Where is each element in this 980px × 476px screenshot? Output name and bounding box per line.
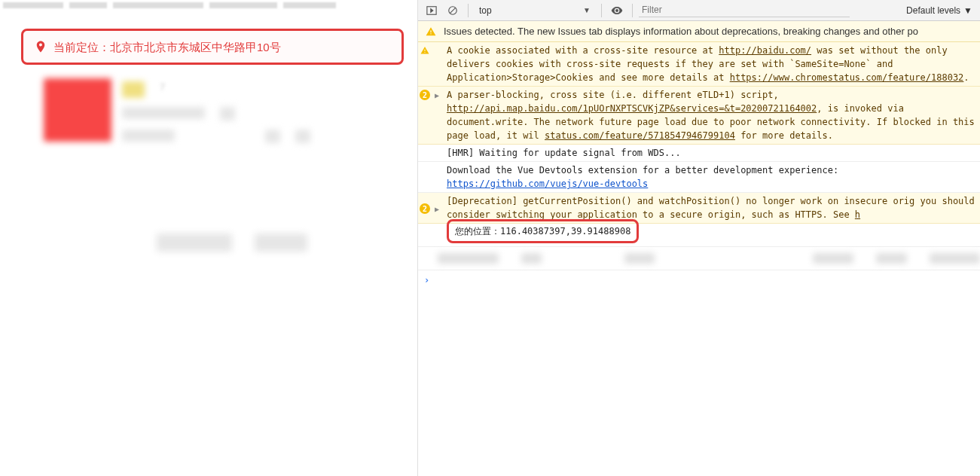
issues-bar[interactable]: Issues detected. The new Issues tab disp… [418, 21, 980, 42]
context-select-value: top [479, 5, 492, 16]
levels-label: Default levels [906, 5, 960, 16]
chevron-down-icon: ▼ [963, 5, 972, 16]
log-text: for more details. [735, 130, 833, 141]
log-warning-cookie[interactable]: A cookie associated with a cross-site re… [418, 42, 980, 87]
context-select[interactable]: top ▼ [475, 3, 595, 18]
console-prompt[interactable]: › [418, 270, 980, 290]
log-link[interactable]: https://www.chromestatus.com/feature/188… [730, 72, 964, 83]
log-link[interactable]: https://github.com/vuejs/vue-devtools [447, 178, 648, 189]
issues-bar-text: Issues detected. The new Issues tab disp… [444, 26, 918, 37]
log-text: A cookie associated with a cross-site re… [447, 45, 719, 56]
warning-triangle-icon [420, 45, 430, 56]
app-header-blur [0, 0, 417, 11]
location-address: 北京市北京市东城区中华路甲10号 [110, 41, 281, 53]
expand-arrow-icon[interactable]: ▶ [435, 90, 442, 101]
prompt-caret-icon: › [424, 273, 429, 287]
chevron-down-icon: ▼ [583, 6, 591, 14]
levels-select[interactable]: Default levels ▼ [906, 5, 975, 16]
warning-count-badge: 2 [420, 203, 430, 214]
log-info-hmr[interactable]: [HMR] Waiting for update signal from WDS… [418, 145, 980, 162]
location-box: 当前定位：北京市北京市东城区中华路甲10号 [21, 29, 404, 65]
app-panel: 当前定位：北京市北京市东城区中华路甲10号 7 [0, 0, 418, 476]
location-pin-icon [34, 40, 47, 53]
log-text: . [963, 72, 969, 83]
log-text: A parser-blocking, cross site (i.e. diff… [447, 90, 779, 100]
location-text: 当前定位：北京市北京市东城区中华路甲10号 [53, 41, 281, 53]
position-highlight: 您的位置：116.40387397,39.91488908 [447, 219, 639, 243]
log-link[interactable]: http://baidu.com/ [719, 45, 811, 56]
log-text: [HMR] Waiting for update signal from WDS… [447, 146, 980, 160]
warning-count-badge: 2 [420, 90, 430, 100]
filter-input[interactable] [639, 3, 850, 17]
log-text: [Deprecation] getCurrentPosition() and w… [447, 196, 920, 206]
avatar-redacted [44, 78, 111, 142]
blurred-lower [21, 233, 404, 252]
position-text: 您的位置：116.40387397,39.91488908 [455, 226, 630, 236]
log-warning-parser[interactable]: 2 ▶ A parser-blocking, cross site (i.e. … [418, 87, 980, 145]
log-redacted [418, 247, 980, 270]
log-info-position[interactable]: 您的位置：116.40387397,39.91488908 [418, 219, 980, 247]
blurred-content: 7 [21, 78, 404, 143]
toggle-sidebar-icon[interactable] [423, 2, 441, 20]
log-link[interactable]: http://api.map.baidu.com/1pUOrNXPTSCVKjZ… [447, 103, 817, 114]
log-info-vue[interactable]: Download the Vue Devtools extension for … [418, 162, 980, 193]
live-expression-icon[interactable] [608, 2, 626, 20]
app-content: 当前定位：北京市北京市东城区中华路甲10号 7 [21, 29, 404, 252]
log-text: Download the Vue Devtools extension for … [447, 165, 838, 175]
expand-arrow-icon[interactable]: ▶ [435, 203, 442, 215]
svg-line-2 [450, 8, 456, 14]
location-prefix: 当前定位： [53, 41, 110, 53]
console-toolbar: top ▼ Default levels ▼ [418, 0, 980, 21]
log-link[interactable]: h [855, 209, 860, 220]
console-body: A cookie associated with a cross-site re… [418, 42, 980, 476]
log-link[interactable]: status.com/feature/5718547946799104 [545, 130, 735, 141]
clear-console-icon[interactable] [444, 2, 462, 20]
devtools-panel: top ▼ Default levels ▼ Issues detected. … [418, 0, 980, 476]
warning-triangle-icon [426, 26, 436, 37]
